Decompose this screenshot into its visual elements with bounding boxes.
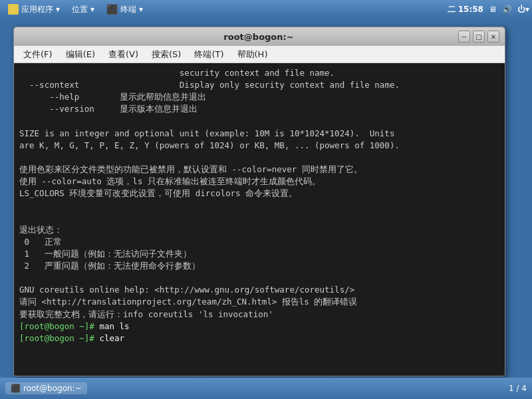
menu-search[interactable]: 搜索(S) xyxy=(145,47,188,62)
terminal-window: root@bogon:~ − □ ✕ 文件(F) 编辑(E) 查看(V) 搜索(… xyxy=(13,27,505,376)
maximize-button[interactable]: □ xyxy=(473,31,485,43)
menu-view[interactable]: 查看(V) xyxy=(102,47,145,62)
bottom-terminal-label: root@bogon:~ xyxy=(23,384,82,393)
minimize-button[interactable]: − xyxy=(458,31,470,43)
terminal-label: 终端 xyxy=(120,4,136,15)
places-label: 位置 xyxy=(72,4,88,15)
terminal-arrow: ▾ xyxy=(139,5,143,14)
menu-help[interactable]: 帮助(H) xyxy=(231,47,275,62)
places-arrow: ▾ xyxy=(90,5,94,14)
apps-icon xyxy=(8,4,19,15)
window-controls: − □ ✕ xyxy=(458,31,499,43)
window-title: root@bogon:~ xyxy=(59,32,458,42)
terminal-icon: ⬛ xyxy=(106,4,118,15)
bottom-terminal-button[interactable]: ⬛ root@bogon:~ xyxy=(5,382,87,394)
apps-arrow: ▾ xyxy=(56,5,60,14)
volume-icon: 🔊 xyxy=(502,5,512,14)
top-taskbar: 应用程序 ▾ 位置 ▾ ⬛ 终端 ▾ 二 15:58 🖥 🔊 ⏻▾ xyxy=(0,0,532,19)
page-indicator: 1 / 4 xyxy=(509,384,527,393)
terminal-content[interactable]: security context and file name. --sconte… xyxy=(14,63,505,376)
menu-edit[interactable]: 编辑(E) xyxy=(59,47,102,62)
places-menu[interactable]: 位置 ▾ xyxy=(66,3,100,17)
taskbar-right: 二 15:58 🖥 🔊 ⏻▾ xyxy=(448,4,529,15)
terminal-menu[interactable]: ⬛ 终端 ▾ xyxy=(101,3,148,17)
bottom-left: ⬛ root@bogon:~ xyxy=(5,382,87,394)
power-icon[interactable]: ⏻▾ xyxy=(517,5,529,14)
menu-file[interactable]: 文件(F) xyxy=(17,47,59,62)
close-button[interactable]: ✕ xyxy=(487,31,499,43)
apps-menu[interactable]: 应用程序 ▾ xyxy=(3,3,65,17)
title-bar: root@bogon:~ − □ ✕ xyxy=(14,27,505,46)
menu-terminal[interactable]: 终端(T) xyxy=(188,47,230,62)
apps-label: 应用程序 xyxy=(21,4,53,15)
taskbar-left-apps: 应用程序 ▾ 位置 ▾ ⬛ 终端 ▾ xyxy=(3,3,148,17)
screen-icon: 🖥 xyxy=(489,5,497,14)
bottom-taskbar: ⬛ root@bogon:~ 1 / 4 xyxy=(0,378,532,399)
menu-bar: 文件(F) 编辑(E) 查看(V) 搜索(S) 终端(T) 帮助(H) xyxy=(14,46,505,63)
bottom-terminal-icon: ⬛ xyxy=(11,384,21,393)
clock: 二 15:58 xyxy=(448,4,483,15)
